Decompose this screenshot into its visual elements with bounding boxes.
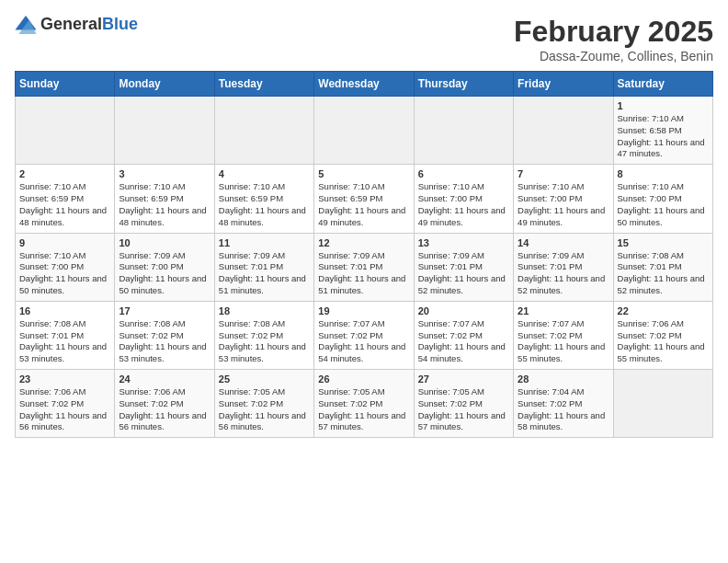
day-info: Sunrise: 7:06 AM Sunset: 7:02 PM Dayligh… [618,318,709,365]
day-info: Sunrise: 7:10 AM Sunset: 7:00 PM Dayligh… [618,181,709,228]
calendar-day-cell [514,97,613,165]
calendar-day-cell: 7Sunrise: 7:10 AM Sunset: 7:00 PM Daylig… [514,165,613,233]
calendar-day-cell: 12Sunrise: 7:09 AM Sunset: 7:01 PM Dayli… [314,233,414,301]
day-info: Sunrise: 7:10 AM Sunset: 6:59 PM Dayligh… [219,181,310,228]
calendar-day-cell: 25Sunrise: 7:05 AM Sunset: 7:02 PM Dayli… [214,370,313,438]
day-number: 27 [418,373,509,385]
day-of-week-header: Monday [115,72,214,97]
day-info: Sunrise: 7:09 AM Sunset: 7:01 PM Dayligh… [318,250,409,297]
day-number: 22 [618,305,709,316]
day-number: 24 [119,373,210,385]
day-number: 10 [119,237,210,248]
calendar-body: 1Sunrise: 7:10 AM Sunset: 6:58 PM Daylig… [16,97,713,438]
day-number: 15 [618,237,709,248]
day-number: 20 [418,305,509,316]
calendar-day-cell: 11Sunrise: 7:09 AM Sunset: 7:01 PM Dayli… [214,233,313,301]
day-info: Sunrise: 7:10 AM Sunset: 7:00 PM Dayligh… [418,181,509,228]
day-info: Sunrise: 7:10 AM Sunset: 6:59 PM Dayligh… [318,181,409,228]
day-number: 19 [318,305,409,316]
calendar-day-cell: 13Sunrise: 7:09 AM Sunset: 7:01 PM Dayli… [414,233,513,301]
day-info: Sunrise: 7:10 AM Sunset: 6:59 PM Dayligh… [119,181,210,228]
day-number: 2 [19,168,110,179]
calendar-day-cell: 20Sunrise: 7:07 AM Sunset: 7:02 PM Dayli… [414,301,513,369]
day-number: 1 [618,100,709,111]
day-number: 7 [518,168,609,179]
calendar-day-cell: 15Sunrise: 7:08 AM Sunset: 7:01 PM Dayli… [613,233,712,301]
calendar-day-cell: 22Sunrise: 7:06 AM Sunset: 7:02 PM Dayli… [613,301,712,369]
day-number: 8 [618,168,709,179]
day-of-week-header: Sunday [16,72,115,97]
calendar-day-cell: 9Sunrise: 7:10 AM Sunset: 7:00 PM Daylig… [16,233,115,301]
day-number: 13 [418,237,509,248]
calendar-day-cell: 24Sunrise: 7:06 AM Sunset: 7:02 PM Dayli… [115,370,214,438]
title-area: February 2025 Dassa-Zoume, Collines, Ben… [514,15,713,63]
calendar-day-cell [314,97,414,165]
day-number: 14 [518,237,609,248]
day-number: 17 [119,305,210,316]
calendar-week-row: 2Sunrise: 7:10 AM Sunset: 6:59 PM Daylig… [16,165,713,233]
day-info: Sunrise: 7:10 AM Sunset: 6:59 PM Dayligh… [19,181,110,228]
day-number: 4 [219,168,310,179]
day-info: Sunrise: 7:10 AM Sunset: 6:58 PM Dayligh… [618,113,709,160]
day-of-week-header: Tuesday [214,72,313,97]
calendar-day-cell: 27Sunrise: 7:05 AM Sunset: 7:02 PM Dayli… [414,370,513,438]
day-info: Sunrise: 7:08 AM Sunset: 7:02 PM Dayligh… [219,318,310,365]
calendar-day-cell: 2Sunrise: 7:10 AM Sunset: 6:59 PM Daylig… [16,165,115,233]
page-header: GeneralBlue February 2025 Dassa-Zoume, C… [15,15,713,63]
day-of-week-header: Friday [514,72,613,97]
month-title: February 2025 [514,15,713,49]
calendar-table: SundayMondayTuesdayWednesdayThursdayFrid… [15,71,713,438]
calendar-header-row: SundayMondayTuesdayWednesdayThursdayFrid… [16,72,713,97]
calendar-day-cell [214,97,313,165]
calendar-day-cell: 6Sunrise: 7:10 AM Sunset: 7:00 PM Daylig… [414,165,513,233]
calendar-day-cell: 8Sunrise: 7:10 AM Sunset: 7:00 PM Daylig… [613,165,712,233]
day-number: 23 [19,373,110,385]
location: Dassa-Zoume, Collines, Benin [514,49,713,63]
calendar-day-cell: 14Sunrise: 7:09 AM Sunset: 7:01 PM Dayli… [514,233,613,301]
calendar-day-cell: 23Sunrise: 7:06 AM Sunset: 7:02 PM Dayli… [16,370,115,438]
day-info: Sunrise: 7:07 AM Sunset: 7:02 PM Dayligh… [518,318,609,365]
day-of-week-header: Saturday [613,72,712,97]
day-info: Sunrise: 7:04 AM Sunset: 7:02 PM Dayligh… [518,386,609,433]
day-info: Sunrise: 7:05 AM Sunset: 7:02 PM Dayligh… [318,386,409,433]
calendar-day-cell: 28Sunrise: 7:04 AM Sunset: 7:02 PM Dayli… [514,370,613,438]
calendar-day-cell: 18Sunrise: 7:08 AM Sunset: 7:02 PM Dayli… [214,301,313,369]
logo-blue: Blue [102,15,138,33]
calendar-day-cell: 21Sunrise: 7:07 AM Sunset: 7:02 PM Dayli… [514,301,613,369]
day-info: Sunrise: 7:07 AM Sunset: 7:02 PM Dayligh… [418,318,509,365]
day-info: Sunrise: 7:09 AM Sunset: 7:01 PM Dayligh… [518,250,609,297]
calendar-week-row: 23Sunrise: 7:06 AM Sunset: 7:02 PM Dayli… [16,370,713,438]
logo-text: GeneralBlue [40,15,138,34]
logo-icon [15,16,37,34]
calendar-day-cell [414,97,513,165]
day-number: 28 [518,373,609,385]
day-info: Sunrise: 7:08 AM Sunset: 7:01 PM Dayligh… [19,318,110,365]
calendar-day-cell: 5Sunrise: 7:10 AM Sunset: 6:59 PM Daylig… [314,165,414,233]
day-number: 11 [219,237,310,248]
day-info: Sunrise: 7:08 AM Sunset: 7:02 PM Dayligh… [119,318,210,365]
logo-general: General [40,15,102,33]
day-number: 12 [318,237,409,248]
calendar-day-cell: 16Sunrise: 7:08 AM Sunset: 7:01 PM Dayli… [16,301,115,369]
day-number: 25 [219,373,310,385]
day-info: Sunrise: 7:08 AM Sunset: 7:01 PM Dayligh… [618,250,709,297]
day-info: Sunrise: 7:06 AM Sunset: 7:02 PM Dayligh… [19,386,110,433]
day-info: Sunrise: 7:10 AM Sunset: 7:00 PM Dayligh… [19,250,110,297]
day-info: Sunrise: 7:09 AM Sunset: 7:00 PM Dayligh… [119,250,210,297]
day-number: 9 [19,237,110,248]
day-number: 6 [418,168,509,179]
calendar-day-cell [613,370,712,438]
calendar-day-cell: 17Sunrise: 7:08 AM Sunset: 7:02 PM Dayli… [115,301,214,369]
day-number: 3 [119,168,210,179]
calendar-day-cell [115,97,214,165]
calendar-day-cell: 19Sunrise: 7:07 AM Sunset: 7:02 PM Dayli… [314,301,414,369]
day-number: 16 [19,305,110,316]
day-number: 26 [318,373,409,385]
day-of-week-header: Wednesday [314,72,414,97]
day-info: Sunrise: 7:09 AM Sunset: 7:01 PM Dayligh… [219,250,310,297]
calendar-day-cell [16,97,115,165]
calendar-week-row: 16Sunrise: 7:08 AM Sunset: 7:01 PM Dayli… [16,301,713,369]
calendar-week-row: 1Sunrise: 7:10 AM Sunset: 6:58 PM Daylig… [16,97,713,165]
calendar-day-cell: 3Sunrise: 7:10 AM Sunset: 6:59 PM Daylig… [115,165,214,233]
day-info: Sunrise: 7:07 AM Sunset: 7:02 PM Dayligh… [318,318,409,365]
